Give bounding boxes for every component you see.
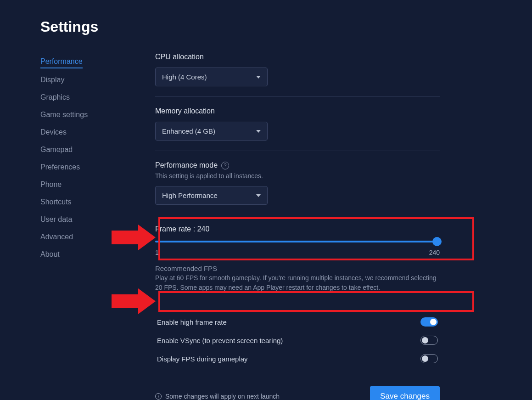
sidebar-item-shortcuts[interactable]: Shortcuts xyxy=(40,193,132,211)
performance-mode-subtext: This setting is applied to all instances… xyxy=(155,172,440,180)
sidebar-item-display[interactable]: Display xyxy=(40,71,132,89)
sidebar-item-advanced[interactable]: Advanced xyxy=(40,228,132,246)
sidebar-item-game-settings[interactable]: Game settings xyxy=(40,106,132,124)
sidebar-item-phone[interactable]: Phone xyxy=(40,176,132,193)
display-fps-label: Display FPS during gameplay xyxy=(157,355,248,363)
cpu-allocation-value: High (4 Cores) xyxy=(162,73,207,81)
sidebar-item-graphics[interactable]: Graphics xyxy=(40,89,132,106)
frame-rate-label: Frame rate : 240 xyxy=(155,225,440,233)
frame-rate-min: 1 xyxy=(155,249,159,256)
memory-allocation-label: Memory allocation xyxy=(155,107,440,115)
sidebar-item-gamepad[interactable]: Gamepad xyxy=(40,141,132,158)
chevron-down-icon xyxy=(256,76,261,79)
memory-allocation-select[interactable]: Enhanced (4 GB) xyxy=(155,122,268,141)
frame-rate-slider[interactable] xyxy=(155,240,440,243)
recommended-fps-title: Recommended FPS xyxy=(155,265,440,272)
chevron-down-icon xyxy=(256,130,261,133)
enable-high-frame-rate-toggle[interactable] xyxy=(420,317,438,327)
performance-mode-select[interactable]: High Performance xyxy=(155,186,268,205)
main-panel: CPU allocation High (4 Cores) Memory all… xyxy=(155,53,467,400)
frame-rate-max: 240 xyxy=(429,249,440,256)
footer-info-text: Some changes will apply on next launch xyxy=(165,393,280,400)
help-icon[interactable]: ? xyxy=(221,162,229,169)
display-fps-toggle[interactable] xyxy=(420,354,438,363)
sidebar-item-devices[interactable]: Devices xyxy=(40,124,132,141)
memory-allocation-value: Enhanced (4 GB) xyxy=(162,127,215,135)
cpu-allocation-select[interactable]: High (4 Cores) xyxy=(155,68,268,86)
cpu-allocation-label: CPU allocation xyxy=(155,53,440,61)
sidebar-item-preferences[interactable]: Preferences xyxy=(40,158,132,176)
recommended-fps-text: Play at 60 FPS for smooth gameplay. If y… xyxy=(155,273,440,293)
frame-rate-label-prefix: Frame rate : xyxy=(155,225,197,233)
performance-mode-label: Performance mode xyxy=(155,161,218,169)
sidebar: Performance Display Graphics Game settin… xyxy=(40,53,132,400)
info-icon: i xyxy=(155,393,162,400)
frame-rate-value: 240 xyxy=(197,225,210,233)
enable-vsync-label: Enable VSync (to prevent screen tearing) xyxy=(157,337,283,344)
performance-mode-value: High Performance xyxy=(162,192,218,199)
slider-thumb[interactable] xyxy=(432,237,442,246)
sidebar-item-performance[interactable]: Performance xyxy=(40,53,83,68)
enable-high-frame-rate-label: Enable high frame rate xyxy=(157,318,227,326)
chevron-down-icon xyxy=(256,194,261,197)
sidebar-item-user-data[interactable]: User data xyxy=(40,211,132,228)
page-title: Settings xyxy=(40,18,532,35)
sidebar-item-about[interactable]: About xyxy=(40,246,132,263)
enable-vsync-toggle[interactable] xyxy=(420,336,438,345)
save-changes-button[interactable]: Save changes xyxy=(370,386,440,400)
